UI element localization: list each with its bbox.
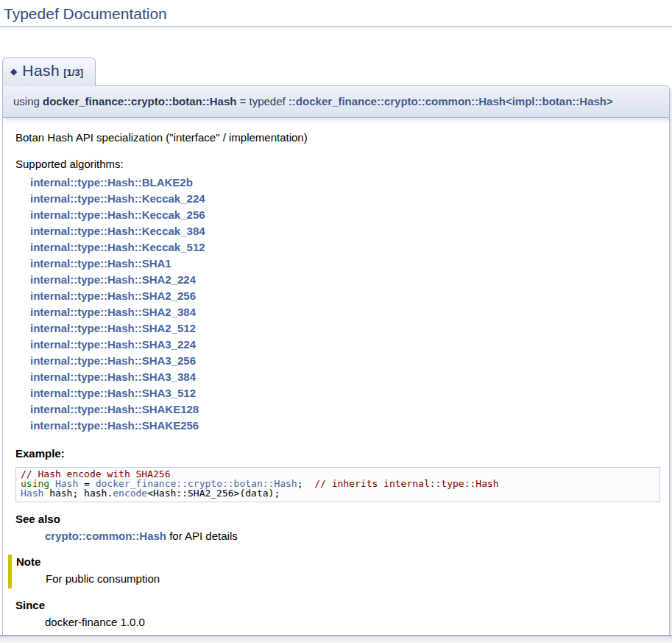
algorithm-link[interactable]: internal::type::Hash::SHA3_384 xyxy=(30,370,196,383)
algorithm-link[interactable]: internal::type::Hash::Keccak_224 xyxy=(30,192,205,205)
list-item: internal::type::Hash::Keccak_256 xyxy=(30,207,660,223)
list-item: internal::type::Hash::SHA3_224 xyxy=(30,337,660,353)
algorithm-link[interactable]: internal::type::Hash::SHAKE128 xyxy=(30,403,199,415)
footer-divider xyxy=(0,635,672,643)
code-link[interactable]: Hash xyxy=(21,488,43,499)
note-label: Note xyxy=(16,555,660,569)
algorithm-link[interactable]: internal::type::Hash::Keccak_512 xyxy=(30,241,205,253)
algorithm-list: internal::type::Hash::BLAKE2b internal::… xyxy=(15,175,660,434)
code-link[interactable]: encode xyxy=(113,488,147,499)
algorithm-link[interactable]: internal::type::Hash::Keccak_384 xyxy=(30,225,205,237)
algorithm-link[interactable]: internal::type::Hash::SHA3_256 xyxy=(30,354,196,367)
algorithm-link[interactable]: internal::type::Hash::Keccak_256 xyxy=(30,208,205,221)
algorithm-link[interactable]: internal::type::Hash::SHA1 xyxy=(30,257,171,270)
member-prototype: using docker_finance::crypto::botan::Has… xyxy=(2,85,670,118)
since-section: Since docker-finance 1.0.0 xyxy=(15,598,660,630)
supported-algorithms-label: Supported algorithms: xyxy=(15,157,660,171)
list-item: internal::type::Hash::SHAKE256 xyxy=(30,418,660,434)
algorithm-link[interactable]: internal::type::Hash::SHA2_512 xyxy=(30,322,196,334)
member-index-badge: [1/3] xyxy=(63,67,83,78)
algorithm-link[interactable]: internal::type::Hash::SHA2_256 xyxy=(30,289,196,302)
member-item: ◆Hash[1/3] using docker_finance::crypto:… xyxy=(2,57,670,639)
decl-prefix: using xyxy=(13,95,43,108)
list-item: internal::type::Hash::SHA2_224 xyxy=(30,272,660,288)
code-token: ; xyxy=(297,478,314,489)
member-title: Hash xyxy=(22,62,60,79)
decl-name: docker_finance::crypto::botan::Hash xyxy=(43,95,236,108)
list-item: internal::type::Hash::SHA2_512 xyxy=(30,320,660,337)
list-item: internal::type::Hash::SHAKE128 xyxy=(30,401,660,418)
see-also-text: for API details xyxy=(166,530,238,542)
code-line: Hash hash; hash.encode<Hash::SHA2_256>(d… xyxy=(21,489,655,499)
algorithm-link[interactable]: internal::type::Hash::SHAKE256 xyxy=(30,419,199,432)
algorithm-link[interactable]: internal::type::Hash::SHA2_384 xyxy=(30,306,196,318)
note-text: For public consumption xyxy=(46,572,660,586)
algorithm-link[interactable]: internal::type::Hash::SHA2_224 xyxy=(30,273,196,286)
permalink-diamond-icon[interactable]: ◆ xyxy=(10,66,17,77)
code-token: <Hash::SHA2_256>(data); xyxy=(147,488,280,499)
list-item: internal::type::Hash::Keccak_384 xyxy=(30,223,660,239)
example-label: Example: xyxy=(15,446,660,460)
note-section: Note For public consumption xyxy=(8,555,660,588)
list-item: internal::type::Hash::BLAKE2b xyxy=(30,175,660,191)
member-description: Botan Hash API specialization ("interfac… xyxy=(15,130,660,144)
decl-target-link[interactable]: ::docker_finance::crypto::common::Hash<i… xyxy=(289,95,613,108)
algorithm-link[interactable]: internal::type::Hash::BLAKE2b xyxy=(30,176,193,189)
list-item: internal::type::Hash::SHA2_256 xyxy=(30,288,660,304)
see-also-label: See also xyxy=(15,512,660,527)
list-item: internal::type::Hash::Keccak_512 xyxy=(30,239,660,256)
code-token: hash; hash. xyxy=(43,488,113,499)
member-tab: ◆Hash[1/3] xyxy=(2,57,96,86)
member-doc: Botan Hash API specialization ("interfac… xyxy=(2,118,670,639)
see-also-link[interactable]: crypto::common::Hash xyxy=(45,530,166,542)
see-also-content: crypto::common::Hash for API details xyxy=(45,529,660,544)
since-text: docker-finance 1.0.0 xyxy=(45,615,660,630)
list-item: internal::type::Hash::SHA3_384 xyxy=(30,369,660,385)
list-item: internal::type::Hash::SHA1 xyxy=(30,256,660,272)
since-label: Since xyxy=(15,598,660,613)
list-item: internal::type::Hash::SHA3_512 xyxy=(30,385,660,401)
list-item: internal::type::Hash::SHA2_384 xyxy=(30,304,660,320)
code-fragment: // Hash encode with SHA256 using Hash = … xyxy=(15,467,660,502)
decl-equals: = typedef xyxy=(236,95,288,108)
see-also-section: See also crypto::common::Hash for API de… xyxy=(15,512,660,544)
page-title: Typedef Documentation xyxy=(0,0,672,27)
code-token: // inherits internal::type::Hash xyxy=(314,478,498,489)
algorithm-link[interactable]: internal::type::Hash::SHA3_224 xyxy=(30,338,196,351)
list-item: internal::type::Hash::SHA3_256 xyxy=(30,353,660,369)
algorithm-link[interactable]: internal::type::Hash::SHA3_512 xyxy=(30,387,196,399)
list-item: internal::type::Hash::Keccak_224 xyxy=(30,191,660,207)
